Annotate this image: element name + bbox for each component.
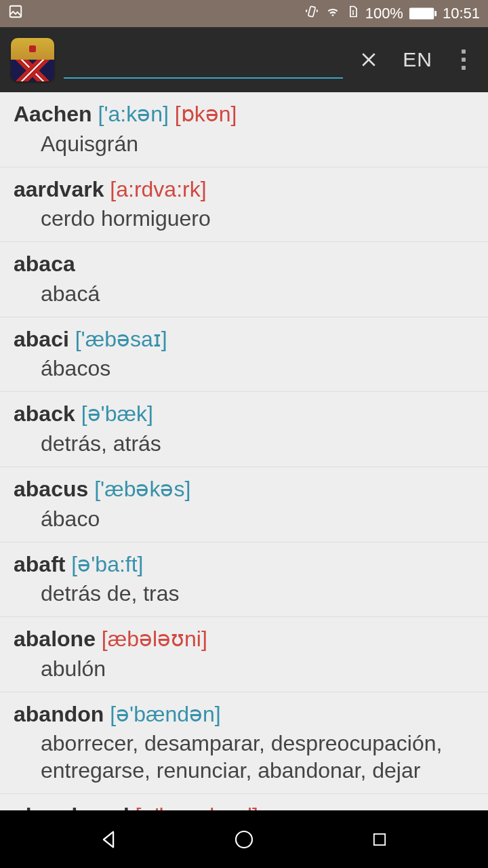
entry-ipa: [ə'bæk] xyxy=(81,401,153,426)
entry-word: abaft xyxy=(14,552,65,576)
entry-ipa: ['æbəkəs] xyxy=(94,477,190,501)
app-bar: EN xyxy=(0,27,488,92)
entry-word: aardvark xyxy=(14,177,104,201)
app-flag-icon[interactable] xyxy=(11,38,54,81)
dictionary-entry[interactable]: abalone [æbələʊni]abulón xyxy=(0,617,488,692)
entry-ipa: [ə'bændənd] xyxy=(136,804,258,810)
entry-word: abacus xyxy=(14,477,88,501)
entry-word: abaca xyxy=(14,252,75,276)
back-button[interactable] xyxy=(88,819,129,860)
svg-rect-4 xyxy=(409,7,434,19)
dictionary-entry[interactable]: abandoned [ə'bændənd] xyxy=(0,794,488,810)
entry-ipa: [a:rdva:rk] xyxy=(110,177,206,201)
status-bar: 100% 10:51 xyxy=(0,0,488,27)
dictionary-entry[interactable]: abacaabacá xyxy=(0,242,488,317)
entry-translation: detrás, atrás xyxy=(14,430,474,457)
svg-rect-0 xyxy=(10,6,22,18)
entry-translation: detrás de, tras xyxy=(14,580,474,607)
entry-ipa: [æbələʊni] xyxy=(102,627,207,651)
image-icon xyxy=(8,4,23,23)
entry-translation: Aquisgrán xyxy=(14,130,474,157)
dictionary-entry[interactable]: Aachen ['a:kən] [ɒkən]Aquisgrán xyxy=(0,92,488,167)
entry-ipa: [ə'ba:ft] xyxy=(71,552,143,576)
dictionary-entry[interactable]: abaci ['æbəsaɪ]ábacos xyxy=(0,317,488,393)
home-button[interactable] xyxy=(224,819,264,860)
svg-rect-9 xyxy=(374,833,385,844)
dictionary-entry[interactable]: abandon [ə'bændən]aborrecer, desamparar,… xyxy=(0,692,488,795)
language-toggle[interactable]: EN xyxy=(394,48,441,71)
dictionary-entry[interactable]: aback [ə'bæk]detrás, atrás xyxy=(0,392,488,467)
clock-time: 10:51 xyxy=(443,5,480,22)
dictionary-entry[interactable]: aardvark [a:rdva:rk]cerdo hormiguero xyxy=(0,167,488,243)
dictionary-entry[interactable]: abacus ['æbəkəs]ábaco xyxy=(0,467,488,542)
system-nav-bar xyxy=(0,810,488,868)
svg-point-3 xyxy=(352,11,353,12)
recent-apps-button[interactable] xyxy=(359,819,400,860)
overflow-menu-button[interactable] xyxy=(450,44,477,75)
entry-translation: abulón xyxy=(14,655,474,682)
wifi-icon xyxy=(325,4,341,23)
entry-ipa: ['a:kən] xyxy=(98,102,168,126)
battery-percent: 100% xyxy=(365,5,403,22)
battery-icon xyxy=(409,7,437,20)
search-input[interactable] xyxy=(64,41,343,79)
entry-ipa: ['æbəsaɪ] xyxy=(75,327,167,351)
entry-translation: ábaco xyxy=(14,505,474,532)
entry-ipa-alt: [ɒkən] xyxy=(175,102,237,126)
entry-word: abaci xyxy=(14,327,69,351)
entry-translation: cerdo hormiguero xyxy=(14,205,474,232)
dictionary-list[interactable]: Aachen ['a:kən] [ɒkən]Aquisgránaardvark … xyxy=(0,92,488,810)
vibrate-icon xyxy=(304,4,319,23)
entry-translation: abacá xyxy=(14,280,474,307)
entry-word: abalone xyxy=(14,627,96,651)
entry-translation: ábacos xyxy=(14,355,474,382)
sim-icon xyxy=(346,4,360,23)
entry-word: abandoned xyxy=(14,804,129,810)
entry-word: Aachen xyxy=(14,102,92,126)
entry-translation: aborrecer, desamparar, despreocupación, … xyxy=(14,730,474,784)
svg-point-8 xyxy=(236,831,252,848)
svg-rect-1 xyxy=(308,6,315,17)
clear-search-button[interactable] xyxy=(352,43,385,76)
svg-rect-5 xyxy=(434,11,436,16)
entry-word: aback xyxy=(14,401,75,426)
dictionary-entry[interactable]: abaft [ə'ba:ft]detrás de, tras xyxy=(0,542,488,618)
entry-word: abandon xyxy=(14,702,104,726)
entry-ipa: [ə'bændən] xyxy=(110,702,221,726)
